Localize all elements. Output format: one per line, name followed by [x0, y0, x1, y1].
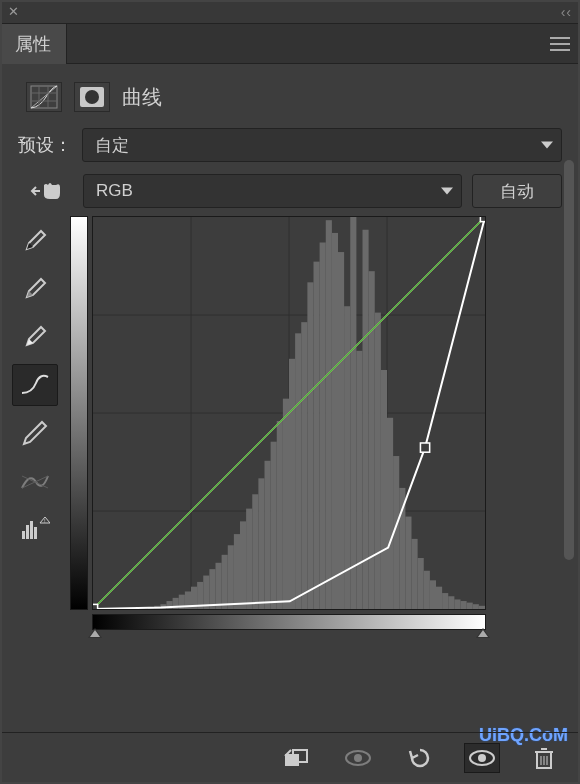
svg-rect-11 — [34, 527, 37, 539]
preset-label: 预设： — [18, 133, 72, 157]
svg-rect-10 — [30, 521, 33, 539]
svg-rect-77 — [448, 596, 454, 609]
svg-rect-46 — [258, 478, 264, 609]
svg-rect-51 — [289, 359, 295, 609]
svg-rect-76 — [442, 593, 448, 609]
svg-rect-37 — [203, 576, 209, 609]
svg-rect-67 — [387, 418, 393, 609]
svg-rect-42 — [234, 534, 240, 609]
chevron-down-icon — [541, 142, 553, 149]
pencil-icon[interactable] — [12, 412, 58, 454]
svg-rect-70 — [405, 517, 411, 609]
tool-column: ! — [12, 216, 64, 630]
close-icon[interactable]: ✕ — [8, 4, 19, 19]
svg-rect-55 — [314, 262, 320, 609]
adjustment-type-row: 曲线 — [0, 64, 580, 122]
panel-menu-icon[interactable] — [550, 36, 570, 52]
white-slider[interactable] — [476, 628, 490, 638]
preset-select[interactable]: 自定 — [82, 128, 562, 162]
svg-rect-61 — [350, 217, 356, 609]
tab-properties[interactable]: 属性 — [0, 24, 67, 64]
tab-row: 属性 — [0, 24, 580, 64]
svg-rect-9 — [26, 525, 29, 539]
svg-rect-66 — [381, 370, 387, 609]
svg-rect-75 — [436, 587, 442, 609]
svg-rect-49 — [277, 421, 283, 609]
svg-rect-41 — [228, 545, 234, 609]
svg-rect-50 — [283, 399, 289, 609]
svg-rect-72 — [418, 558, 424, 609]
preview-icon[interactable] — [464, 743, 500, 773]
panel-titlebar: ✕ ‹‹ — [0, 0, 580, 24]
chevron-down-icon — [441, 188, 453, 195]
curve-edit-icon[interactable] — [12, 364, 58, 406]
svg-rect-56 — [320, 242, 326, 609]
finger-adjust-icon[interactable] — [18, 174, 73, 208]
svg-rect-58 — [332, 233, 338, 609]
clip-visibility-icon[interactable] — [278, 743, 314, 773]
svg-rect-44 — [246, 509, 252, 609]
svg-rect-48 — [271, 442, 277, 609]
channel-select[interactable]: RGB — [83, 174, 462, 208]
input-gradient — [92, 614, 486, 630]
svg-rect-53 — [301, 322, 307, 609]
panel-scrollbar[interactable] — [564, 160, 574, 560]
svg-rect-45 — [252, 494, 258, 609]
mask-icon[interactable] — [74, 82, 110, 112]
svg-rect-40 — [222, 555, 228, 609]
gray-point-eyedropper-icon[interactable] — [12, 268, 58, 310]
svg-rect-57 — [326, 220, 332, 609]
preset-value: 自定 — [95, 134, 129, 157]
output-gradient — [70, 216, 88, 610]
curves-icon[interactable] — [26, 82, 62, 112]
svg-point-89 — [354, 754, 362, 762]
svg-rect-39 — [216, 563, 222, 609]
svg-rect-84 — [420, 443, 429, 452]
svg-rect-78 — [454, 599, 460, 609]
svg-rect-8 — [22, 531, 25, 539]
footer-bar — [0, 732, 580, 776]
channel-row: RGB 自动 — [0, 168, 580, 216]
curves-graph[interactable] — [92, 216, 486, 610]
svg-rect-60 — [344, 306, 350, 609]
svg-rect-83 — [93, 604, 98, 609]
svg-rect-52 — [295, 333, 301, 609]
smooth-icon[interactable] — [12, 460, 58, 502]
histogram-warning-icon[interactable]: ! — [12, 508, 58, 550]
svg-rect-80 — [467, 603, 473, 609]
svg-rect-73 — [424, 571, 430, 609]
adjustment-title: 曲线 — [122, 84, 162, 111]
visibility-icon[interactable] — [340, 743, 376, 773]
svg-rect-85 — [480, 217, 485, 222]
svg-rect-65 — [375, 313, 381, 609]
preset-row: 预设： 自定 — [0, 122, 580, 168]
svg-point-91 — [478, 754, 486, 762]
collapse-icon[interactable]: ‹‹ — [561, 4, 572, 20]
delete-icon[interactable] — [526, 743, 562, 773]
svg-rect-71 — [412, 539, 418, 609]
svg-rect-43 — [240, 521, 246, 609]
white-point-eyedropper-icon[interactable] — [12, 316, 58, 358]
curves-graph-wrap — [70, 216, 564, 630]
svg-rect-82 — [479, 606, 485, 609]
svg-rect-59 — [338, 252, 344, 609]
svg-rect-62 — [356, 351, 362, 609]
auto-button[interactable]: 自动 — [472, 174, 562, 208]
svg-rect-74 — [430, 580, 436, 609]
svg-rect-63 — [363, 230, 369, 609]
curves-main: ! — [0, 216, 580, 630]
svg-rect-47 — [265, 461, 271, 609]
svg-rect-79 — [461, 601, 467, 609]
svg-rect-81 — [473, 604, 479, 609]
black-slider[interactable] — [88, 628, 102, 638]
svg-rect-54 — [307, 282, 313, 609]
svg-rect-38 — [209, 569, 215, 609]
reset-icon[interactable] — [402, 743, 438, 773]
channel-value: RGB — [96, 181, 133, 201]
black-point-eyedropper-icon[interactable] — [12, 220, 58, 262]
